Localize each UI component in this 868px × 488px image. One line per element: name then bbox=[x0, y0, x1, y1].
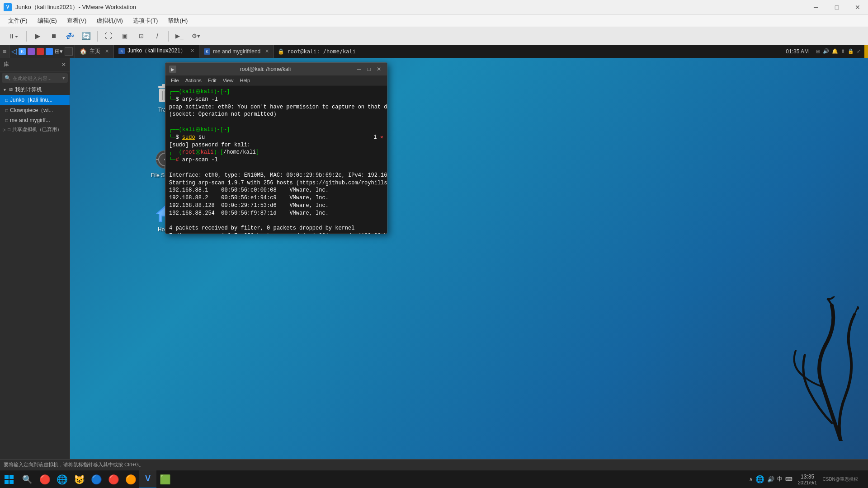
search-button[interactable]: 🔍 bbox=[18, 470, 36, 488]
menu-view[interactable]: 查看(V) bbox=[62, 15, 91, 26]
term-line: 192.168.88.254 00:50:56:f9:87:1d VMware,… bbox=[169, 210, 383, 217]
blue-btn[interactable] bbox=[46, 48, 53, 55]
desktop-area[interactable]: Trash File System bbox=[70, 58, 868, 477]
tab-kali[interactable]: K Junko（kali linux2021） ✕ bbox=[114, 45, 199, 58]
suspend-button[interactable]: 💤 bbox=[63, 29, 77, 43]
term-menu-view[interactable]: View bbox=[220, 78, 236, 83]
notif-icon[interactable]: 🔔 bbox=[832, 48, 838, 54]
view2-button[interactable]: ▣ bbox=[118, 29, 132, 43]
tray-keyboard[interactable]: ⌨ bbox=[785, 476, 793, 482]
tree-label: 共享虚拟机（已弃用） bbox=[12, 126, 62, 133]
vm-search-input[interactable] bbox=[13, 75, 61, 81]
restart-button[interactable]: 🔄 bbox=[79, 29, 94, 43]
fullscreen-button[interactable]: ⛶ bbox=[101, 29, 116, 43]
scroll-thumb[interactable] bbox=[864, 45, 868, 58]
tab-home-close[interactable]: ✕ bbox=[105, 48, 109, 54]
power-off-button[interactable]: ⏹ bbox=[47, 29, 61, 43]
term-menu-help[interactable]: Help bbox=[237, 78, 253, 83]
address-text: root@kali: /home/kali bbox=[287, 48, 356, 55]
toolbar-sep1 bbox=[26, 31, 27, 42]
taskbar-icon8[interactable]: 🟩 bbox=[156, 470, 174, 488]
lock-icon[interactable]: 🔒 bbox=[848, 48, 854, 54]
expand-icon2: ▷ bbox=[3, 127, 6, 132]
status-text: 要将输入定向到该虚拟机，请将鼠标指针移入其中或按 Ctrl+G。 bbox=[4, 461, 144, 468]
vm-search-box[interactable]: 🔍 ▾ bbox=[2, 73, 68, 83]
taskbar-kali-icon[interactable]: 🔴 bbox=[36, 470, 53, 488]
menu-help[interactable]: 帮助(H) bbox=[163, 15, 192, 26]
tray-input[interactable]: 中 bbox=[777, 475, 783, 483]
close-button[interactable]: ✕ bbox=[847, 0, 868, 14]
purple-btn[interactable] bbox=[28, 48, 35, 55]
usb-icon[interactable]: ⬆ bbox=[841, 48, 845, 54]
monitor-icon[interactable]: 🖥 bbox=[815, 49, 820, 54]
tab-home[interactable]: 🏠 主页 ✕ bbox=[75, 45, 114, 58]
tabs-bar: ≡ ◁ K ⊞▾ 🏠 主页 ✕ K Junko（kali linux2021） … bbox=[0, 45, 868, 58]
apps-btn[interactable]: ⊞▾ bbox=[55, 48, 63, 55]
term-blank bbox=[169, 164, 383, 172]
tree-my-computer[interactable]: ▼ 🖥 我的计算机 bbox=[0, 84, 70, 95]
term-line: (socket: Operation not permitted) bbox=[169, 111, 383, 118]
menu-tabs[interactable]: 选项卡(T) bbox=[128, 15, 163, 26]
nav-back[interactable]: ◁ bbox=[11, 47, 17, 56]
terminal-btn[interactable] bbox=[65, 47, 73, 56]
menu-edit[interactable]: 编辑(E) bbox=[33, 15, 61, 26]
show-desktop[interactable] bbox=[861, 470, 864, 488]
tree-junko[interactable]: □ Junko（kali linu... bbox=[0, 95, 70, 105]
terminal-title: root@kali: /home/kali bbox=[176, 66, 354, 72]
taskbar-vmware-icon[interactable]: V bbox=[139, 470, 156, 488]
tab-girlfriend-close[interactable]: ✕ bbox=[265, 48, 269, 54]
tree-shared[interactable]: ▷ □ 共享虚拟机（已弃用） bbox=[0, 125, 70, 134]
speaker-icon[interactable]: 🔊 bbox=[823, 48, 829, 54]
view3-button[interactable]: ⊡ bbox=[134, 29, 148, 43]
settings-button[interactable]: ⚙▾ bbox=[189, 29, 203, 43]
windows-taskbar: 🔍 🔴 🌐 😺 🔵 🔴 🟠 V 🟩 ∧ 🌐 🔊 中 ⌨ 13:35 2021/9… bbox=[0, 470, 868, 488]
tree-clownpiece[interactable]: □ Clownpiece（wi... bbox=[0, 105, 70, 116]
term-menu-file[interactable]: File bbox=[168, 78, 182, 83]
menu-vm[interactable]: 虚拟机(M) bbox=[92, 15, 127, 26]
address-icon: 🔒 bbox=[278, 48, 284, 55]
expand-icon[interactable]: ⤢ bbox=[857, 48, 861, 54]
terminal-titlebar: ▶ root@kali: /home/kali ─ □ ✕ bbox=[165, 63, 387, 75]
taskbar-chrome-icon[interactable]: 🌐 bbox=[53, 470, 71, 488]
terminal-body[interactable]: ┌──(kali㉿kali)-[~] └─$ arp-scan -l pcap_… bbox=[165, 85, 387, 234]
sidebar-title: 库 bbox=[4, 61, 9, 68]
tab-girlfriend[interactable]: K me and mygirlfriend ✕ bbox=[199, 45, 274, 58]
tray-clock[interactable]: 13:35 2021/9/1 bbox=[795, 474, 820, 485]
term-line: Starting arp-scan 1.9.7 with 256 hosts (… bbox=[169, 179, 383, 187]
tray-up-arrow[interactable]: ∧ bbox=[749, 476, 753, 482]
minimize-button[interactable]: ─ bbox=[806, 0, 826, 14]
tree-label: me and mygirlf... bbox=[10, 117, 50, 123]
term-menu-edit[interactable]: Edit bbox=[205, 78, 219, 83]
tab-kali-close[interactable]: ✕ bbox=[190, 48, 194, 54]
start-button[interactable] bbox=[0, 470, 18, 488]
tree-label: Junko（kali linu... bbox=[10, 96, 52, 104]
menu-file[interactable]: 文件(F) bbox=[4, 15, 32, 26]
tree-label: Clownpiece（wi... bbox=[10, 107, 53, 114]
term-line: ┌──(kali㉿kali)-[~] bbox=[169, 126, 383, 134]
taskbar-icon6[interactable]: 🟠 bbox=[122, 470, 139, 488]
terminal-window[interactable]: ▶ root@kali: /home/kali ─ □ ✕ File Actio… bbox=[165, 62, 387, 234]
tree-girlfriend[interactable]: □ me and mygirlf... bbox=[0, 116, 70, 125]
terminal-close[interactable]: ✕ bbox=[374, 65, 383, 73]
console-button[interactable]: ▶_ bbox=[172, 29, 187, 43]
taskbar-icon4[interactable]: 🔵 bbox=[88, 470, 105, 488]
maximize-button[interactable]: □ bbox=[826, 0, 847, 14]
term-line: 192.168.88.128 00:0c:29:71:53:d6 VMware,… bbox=[169, 202, 383, 210]
search-dropdown[interactable]: ▾ bbox=[62, 75, 65, 81]
terminal-maximize[interactable]: □ bbox=[364, 65, 373, 73]
pause-button[interactable]: ⏸▾ bbox=[4, 29, 23, 43]
red-btn[interactable] bbox=[37, 48, 44, 55]
power-on-button[interactable]: ▶ bbox=[30, 29, 45, 43]
term-menu-actions[interactable]: Actions bbox=[183, 78, 204, 83]
tray-sound[interactable]: 🔊 bbox=[767, 476, 774, 483]
terminal-minimize[interactable]: ─ bbox=[354, 65, 363, 73]
term-line: [sudo] password for kali: bbox=[169, 141, 383, 149]
taskbar-icon3[interactable]: 😺 bbox=[71, 470, 88, 488]
term-line: └─$ arp-scan -l bbox=[169, 96, 383, 103]
sidebar-close[interactable]: ✕ bbox=[61, 61, 66, 68]
taskbar-icon5[interactable]: 🔴 bbox=[105, 470, 122, 488]
stretch-button[interactable]: / bbox=[150, 29, 165, 43]
tray-wifi[interactable]: 🌐 bbox=[755, 475, 764, 483]
sidebar-toggle[interactable]: ≡ bbox=[3, 48, 6, 55]
vm-icon-gf: □ bbox=[5, 118, 8, 123]
